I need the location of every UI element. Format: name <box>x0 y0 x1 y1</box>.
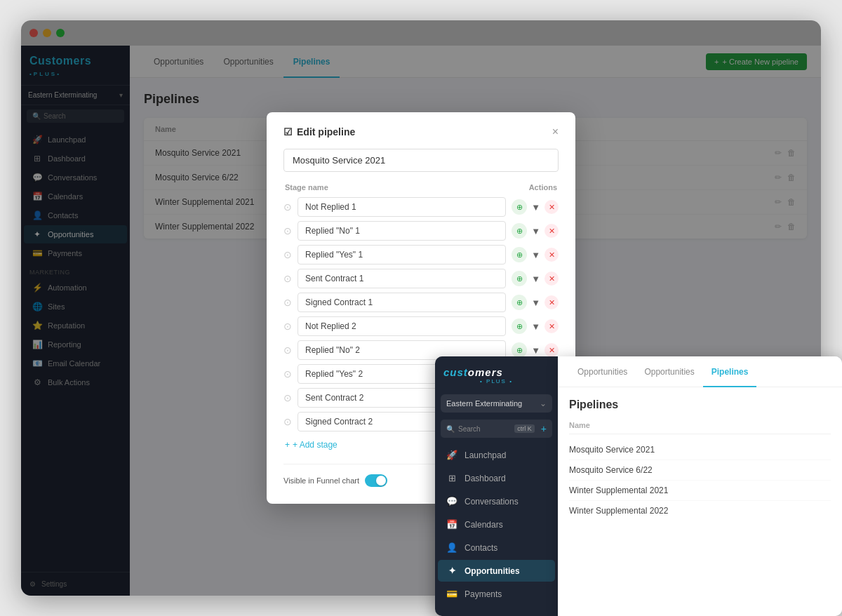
fg-nav-launchpad[interactable]: 🚀 Launchpad <box>438 444 555 466</box>
copy-stage-button[interactable]: ⊕ <box>512 247 527 262</box>
copy-stage-button[interactable]: ⊕ <box>512 342 527 358</box>
fg-main: Opportunities Opportunities Pipelines Pi… <box>558 356 842 616</box>
modal-header: ☑ Edit pipeline × <box>283 126 559 138</box>
funnel-chart-toggle-row: Visible in Funnel chart <box>283 474 387 487</box>
fg-nav-conversations[interactable]: 💬 Conversations <box>438 490 555 512</box>
drag-handle-icon[interactable]: ⊙ <box>283 392 292 403</box>
drag-handle-icon[interactable]: ⊙ <box>283 368 292 380</box>
contacts-icon: 👤 <box>446 542 457 553</box>
delete-stage-button[interactable]: ✕ <box>544 272 559 286</box>
stages-header: Stage name Actions <box>283 183 559 192</box>
filter-icon[interactable]: ▼ <box>531 202 540 213</box>
delete-stage-button[interactable]: ✕ <box>544 200 559 214</box>
fg-tab-opportunities[interactable]: Opportunities <box>569 357 636 387</box>
chevron-down-icon: ⌄ <box>540 399 547 408</box>
delete-stage-button[interactable]: ✕ <box>544 224 559 238</box>
drag-handle-icon[interactable]: ⊙ <box>283 249 292 260</box>
fg-col-header: Name <box>569 421 831 434</box>
drag-handle-icon[interactable]: ⊙ <box>283 201 292 213</box>
opportunities-icon: ✦ <box>446 565 457 576</box>
stage-actions: ⊕ ▼ ✕ <box>512 319 559 334</box>
modal-title: ☑ Edit pipeline <box>283 126 355 138</box>
stage-row: ⊙ ⊕ ▼ ✕ <box>283 316 559 336</box>
fg-account-selector[interactable]: Eastern Exterminating ⌄ <box>441 394 552 413</box>
fg-tab-opportunities2[interactable]: Opportunities <box>636 357 702 387</box>
fg-main-header: Opportunities Opportunities Pipelines <box>558 356 842 387</box>
copy-stage-button[interactable]: ⊕ <box>512 295 527 310</box>
fg-pipeline-row[interactable]: Winter Supplemental 2022 <box>569 501 831 521</box>
stage-actions: ⊕ ▼ ✕ <box>512 295 559 310</box>
stage-name-input[interactable] <box>298 245 506 265</box>
stage-name-input[interactable] <box>298 293 506 312</box>
search-icon: 🔍 <box>446 425 455 433</box>
drag-handle-icon[interactable]: ⊙ <box>283 297 292 308</box>
stage-actions: ⊕ ▼ ✕ <box>512 271 559 286</box>
filter-icon[interactable]: ▼ <box>531 345 540 356</box>
funnel-chart-toggle[interactable] <box>365 474 387 487</box>
stage-name-input[interactable] <box>298 221 506 241</box>
drag-handle-icon[interactable]: ⊙ <box>283 344 292 356</box>
copy-stage-button[interactable]: ⊕ <box>512 223 527 239</box>
fg-pipeline-row[interactable]: Mosquito Service 6/22 <box>569 460 831 481</box>
fg-nav-contacts[interactable]: 👤 Contacts <box>438 537 555 558</box>
stage-row: ⊙ ⊕ ▼ ✕ <box>283 221 559 241</box>
delete-stage-button[interactable]: ✕ <box>544 248 559 262</box>
drag-handle-icon[interactable]: ⊙ <box>283 273 292 284</box>
drag-handle-icon[interactable]: ⊙ <box>283 321 292 332</box>
dashboard-icon: ⊞ <box>446 473 457 483</box>
fg-main-body: Pipelines Name Mosquito Service 2021 Mos… <box>558 387 842 616</box>
delete-stage-button[interactable]: ✕ <box>544 295 559 309</box>
stage-actions: ⊕ ▼ ✕ <box>512 342 559 358</box>
fg-pipeline-row[interactable]: Mosquito Service 2021 <box>569 440 831 460</box>
stage-row: ⊙ ⊕ ▼ ✕ <box>283 269 559 288</box>
stage-name-input[interactable] <box>298 269 506 288</box>
foreground-cards: customers • PLUS • Eastern Exterminating… <box>435 356 842 616</box>
conversations-icon: 💬 <box>446 496 457 507</box>
fg-tab-pipelines[interactable]: Pipelines <box>703 357 757 387</box>
stage-row: ⊙ ⊕ ▼ ✕ <box>283 293 559 312</box>
modal-close-button[interactable]: × <box>552 126 559 138</box>
launchpad-icon: 🚀 <box>446 450 457 460</box>
filter-icon[interactable]: ▼ <box>531 274 540 284</box>
edit-icon: ☑ <box>283 126 293 138</box>
filter-icon[interactable]: ▼ <box>531 297 540 308</box>
drag-handle-icon[interactable]: ⊙ <box>283 225 292 236</box>
copy-stage-button[interactable]: ⊕ <box>512 199 527 215</box>
delete-stage-button[interactable]: ✕ <box>544 319 559 333</box>
fg-nav-opportunities[interactable]: ✦ Opportunities <box>438 560 555 582</box>
stage-row: ⊙ ⊕ ▼ ✕ <box>283 197 559 217</box>
stage-actions: ⊕ ▼ ✕ <box>512 247 559 262</box>
stage-name-input[interactable] <box>298 316 506 336</box>
plus-icon: + <box>285 440 290 450</box>
drag-handle-icon[interactable]: ⊙ <box>283 416 292 427</box>
stage-actions: ⊕ ▼ ✕ <box>512 199 559 215</box>
stage-row: ⊙ ⊕ ▼ ✕ <box>283 245 559 265</box>
pipeline-name-input[interactable] <box>283 149 559 172</box>
add-icon[interactable]: + <box>541 423 547 434</box>
fg-nav-calendars[interactable]: 📅 Calendars <box>438 514 555 535</box>
fg-search[interactable]: 🔍 Search ctrl K + <box>441 420 552 438</box>
filter-icon[interactable]: ▼ <box>531 250 540 260</box>
copy-stage-button[interactable]: ⊕ <box>512 271 527 286</box>
fg-logo: customers • PLUS • <box>435 356 558 390</box>
payments-icon: 💳 <box>446 589 457 599</box>
fg-nav-payments[interactable]: 💳 Payments <box>438 583 555 605</box>
copy-stage-button[interactable]: ⊕ <box>512 319 527 334</box>
stage-actions: ⊕ ▼ ✕ <box>512 223 559 239</box>
fg-section-title: Pipelines <box>569 399 831 411</box>
calendars-icon: 📅 <box>446 519 457 530</box>
fg-nav-dashboard[interactable]: ⊞ Dashboard <box>438 467 555 489</box>
fg-sidebar: customers • PLUS • Eastern Exterminating… <box>435 356 558 616</box>
filter-icon[interactable]: ▼ <box>531 226 540 236</box>
delete-stage-button[interactable]: ✕ <box>544 343 559 357</box>
fg-pipeline-row[interactable]: Winter Supplemental 2021 <box>569 481 831 501</box>
filter-icon[interactable]: ▼ <box>531 321 540 332</box>
stage-name-input[interactable] <box>298 197 506 217</box>
